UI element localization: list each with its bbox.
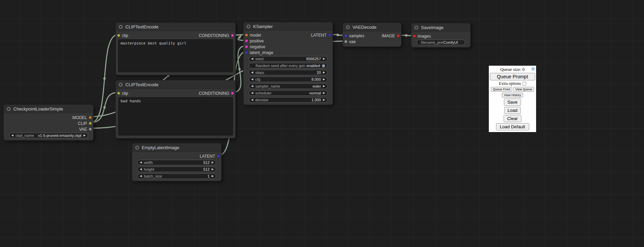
widget-ckpt-name[interactable]: ◀ckpt_namev1-5-pruned-emaonly.ckpt▶	[9, 133, 88, 138]
increment-arrow-icon[interactable]: ▶	[323, 85, 325, 88]
view-history-button[interactable]: View History	[502, 93, 523, 98]
input-port-dot[interactable]	[245, 51, 248, 54]
output-slot-latent[interactable]: LATENT	[200, 154, 220, 159]
widget-height[interactable]: ◀height512▶	[137, 167, 216, 172]
widget-denoise[interactable]: ◀denoise1.000▶	[249, 97, 327, 103]
input-port-dot[interactable]	[413, 35, 416, 38]
increment-arrow-icon[interactable]: ▶	[212, 161, 214, 164]
decrement-arrow-icon[interactable]: ◀	[251, 85, 253, 88]
input-slot-images[interactable]: images	[413, 34, 431, 39]
queue-prompt-button[interactable]: Queue Prompt	[490, 73, 535, 80]
load-button[interactable]: Load	[504, 107, 521, 114]
input-slot-samples[interactable]: samples	[344, 34, 364, 38]
output-port-dot[interactable]	[397, 34, 400, 37]
input-slot-clip[interactable]: clip	[117, 91, 128, 96]
increment-arrow-icon[interactable]: ▶	[323, 71, 325, 74]
input-port-dot[interactable]	[245, 45, 248, 48]
decrement-arrow-icon[interactable]: ◀	[251, 92, 253, 94]
decrement-arrow-icon[interactable]: ◀	[140, 175, 142, 178]
decrement-arrow-icon[interactable]: ◀	[251, 71, 253, 74]
output-slot-conditioning[interactable]: CONDITIONING	[199, 91, 234, 96]
input-slot-vae[interactable]: vae	[344, 39, 356, 44]
clear-button[interactable]: Clear	[504, 115, 521, 122]
node-ksampler[interactable]: KSamplermodelLATENTpositivenegativelaten…	[243, 22, 333, 105]
increment-arrow-icon[interactable]: ▶	[323, 92, 325, 94]
node-save-image[interactable]: SaveImageimagesfilename_prefixComfyUI	[411, 23, 471, 48]
collapse-dot-icon[interactable]	[135, 146, 139, 150]
collapse-dot-icon[interactable]	[119, 25, 123, 29]
increment-arrow-icon[interactable]: ▶	[212, 175, 214, 178]
widget-batch-size[interactable]: ◀batch_size1▶	[137, 173, 216, 179]
node-vae-decode[interactable]: VAEDecodesamplesIMAGEvae	[343, 23, 401, 47]
output-port-dot[interactable]	[231, 92, 234, 95]
input-port-dot[interactable]	[117, 92, 120, 95]
widget-filename-prefix[interactable]: filename_prefixComfyUI	[417, 40, 465, 45]
output-slot-latent[interactable]: LATENT	[311, 33, 331, 38]
node-title-bar[interactable]: CLIPTextEncode	[116, 23, 235, 31]
widget-steps[interactable]: ◀steps20▶	[249, 70, 327, 75]
input-slot-negative[interactable]: negative	[245, 44, 265, 49]
extra-options-checkbox[interactable]	[522, 82, 526, 86]
output-port-dot[interactable]	[89, 122, 92, 125]
output-slot-image[interactable]: IMAGE	[382, 34, 400, 38]
increment-arrow-icon[interactable]: ▶	[323, 78, 325, 81]
increment-arrow-icon[interactable]: ▶	[323, 99, 325, 101]
decrement-arrow-icon[interactable]: ◀	[251, 99, 253, 101]
decrement-arrow-icon[interactable]: ◀	[140, 168, 142, 171]
input-port-dot[interactable]	[245, 39, 248, 42]
node-clip-text-encode-positive[interactable]: CLIPTextEncodeclipCONDITIONING	[115, 22, 236, 75]
decrement-arrow-icon[interactable]: ◀	[251, 57, 253, 60]
node-clip-text-encode-negative[interactable]: CLIPTextEncodeclipCONDITIONING	[115, 80, 236, 139]
widget-width[interactable]: ◀width512▶	[137, 160, 216, 165]
settings-gear-icon[interactable]: ⚙	[531, 67, 535, 71]
input-port-dot[interactable]	[344, 40, 347, 43]
widget-random-seed-after-every-gen[interactable]: Random seed after every genenabled	[249, 63, 327, 68]
widget-scheduler[interactable]: ◀schedulernormal▶	[249, 90, 327, 96]
input-slot-latent-image[interactable]: latent_image	[245, 50, 273, 55]
collapse-dot-icon[interactable]	[414, 26, 418, 29]
save-button[interactable]: Save	[504, 99, 521, 106]
input-slot-positive[interactable]: positive	[245, 39, 264, 43]
node-title-bar[interactable]: KSampler	[244, 22, 333, 31]
decrement-arrow-icon[interactable]: ◀	[11, 134, 13, 137]
collapse-dot-icon[interactable]	[119, 83, 123, 87]
collapse-dot-icon[interactable]	[346, 25, 350, 29]
increment-arrow-icon[interactable]: ▶	[84, 134, 86, 137]
increment-arrow-icon[interactable]: ▶	[323, 57, 325, 60]
increment-arrow-icon[interactable]: ▶	[212, 168, 214, 171]
decrement-arrow-icon[interactable]: ◀	[140, 161, 142, 164]
load-default-button[interactable]: Load Default	[496, 123, 529, 130]
node-title-bar[interactable]: CLIPTextEncode	[116, 80, 235, 89]
decrement-arrow-icon[interactable]: ◀	[251, 78, 253, 81]
output-port-dot[interactable]	[89, 128, 92, 131]
toggle-on-dot[interactable]	[322, 64, 325, 67]
input-slot-model[interactable]: model	[245, 33, 261, 38]
output-port-dot[interactable]	[231, 34, 234, 37]
node-title-bar[interactable]: CheckpointLoaderSimple	[4, 105, 93, 113]
widget-seed[interactable]: ◀seed8566257▶	[249, 56, 327, 62]
output-slot-conditioning[interactable]: CONDITIONING	[199, 33, 234, 38]
collapse-dot-icon[interactable]	[7, 107, 11, 111]
input-slot-clip[interactable]: clip	[117, 33, 128, 38]
graph-canvas[interactable]: CheckpointLoaderSimpleMODELCLIPVAE◀ckpt_…	[0, 0, 644, 247]
widget-sampler-name[interactable]: ◀sampler_nameeuler▶	[249, 83, 327, 89]
input-port-dot[interactable]	[117, 34, 120, 37]
node-title-bar[interactable]: SaveImage	[411, 23, 470, 32]
output-slot-model[interactable]: MODEL	[72, 115, 92, 120]
input-port-dot[interactable]	[245, 34, 248, 37]
node-empty-latent-image[interactable]: EmptyLatentImageLATENT◀width512▶◀height5…	[132, 143, 222, 181]
queue-front-button[interactable]: Queue Front	[491, 87, 512, 92]
prompt-textarea[interactable]	[118, 39, 233, 72]
output-slot-clip[interactable]: CLIP	[78, 121, 92, 126]
node-checkpoint-loader-simple[interactable]: CheckpointLoaderSimpleMODELCLIPVAE◀ckpt_…	[3, 104, 94, 141]
view-queue-button[interactable]: View Queue	[513, 87, 534, 92]
node-title-bar[interactable]: VAEDecode	[343, 23, 401, 31]
input-port-dot[interactable]	[344, 34, 347, 37]
output-port-dot[interactable]	[328, 34, 331, 37]
prompt-textarea[interactable]	[118, 97, 233, 135]
output-slot-vae[interactable]: VAE	[79, 127, 92, 132]
collapse-dot-icon[interactable]	[247, 25, 250, 28]
node-title-bar[interactable]: EmptyLatentImage	[132, 143, 221, 152]
output-port-dot[interactable]	[217, 155, 220, 158]
widget-cfg[interactable]: ◀cfg8.000▶	[249, 77, 327, 82]
